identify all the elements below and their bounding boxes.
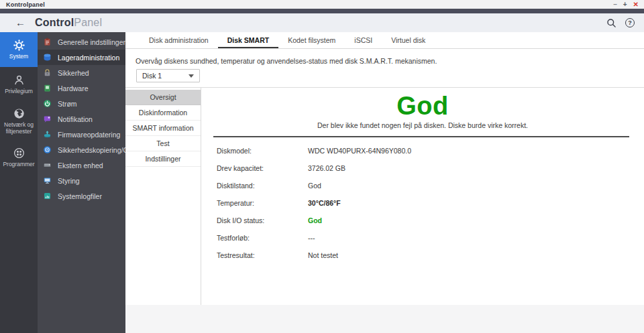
table-row: Testresultat: Not testet xyxy=(217,247,644,264)
management-icon xyxy=(43,176,52,185)
menu-item-notifikation[interactable]: Notifikation xyxy=(38,111,125,127)
external-device-icon xyxy=(43,161,52,170)
backup-restore-icon xyxy=(43,145,52,154)
menu-item-systemlogfiler[interactable]: Systemlogfiler xyxy=(38,188,125,204)
menu-item-ekstern-enhed[interactable]: Ekstern enhed xyxy=(38,157,125,173)
menu-item-styring[interactable]: Styring xyxy=(38,173,125,188)
close-button[interactable]: ✕ xyxy=(633,0,639,9)
user-icon xyxy=(13,74,25,86)
firmware-update-icon xyxy=(43,130,52,139)
info-label: Testforløb: xyxy=(217,234,308,242)
rail-item-privilegium[interactable]: Privilegium xyxy=(0,67,38,102)
info-label: Disktilstand: xyxy=(217,182,308,190)
table-row: Diskmodel: WDC WD40PURX-64N96Y080.0 xyxy=(217,142,644,159)
tab-virtuel-disk[interactable]: Virtuel disk xyxy=(382,32,435,48)
lock-icon xyxy=(43,68,52,77)
info-value: WDC WD40PURX-64N96Y080.0 xyxy=(308,147,411,155)
titlebar: Kontrolpanel – + ✕ xyxy=(0,0,644,9)
disk-select-value: Disk 1 xyxy=(142,72,162,80)
gear-icon xyxy=(13,39,25,52)
info-value: God xyxy=(308,216,322,224)
rail-item-system[interactable]: System xyxy=(0,32,38,67)
rail-item-label: Programmer xyxy=(1,161,36,168)
menu-item-generelle-indstillinger[interactable]: Generelle indstillinger xyxy=(38,34,125,50)
menu-item-label: Hardware xyxy=(58,84,89,92)
system-logs-icon xyxy=(43,192,52,200)
info-value: 3726.02 GB xyxy=(308,164,345,172)
subnav-item-indstillinger[interactable]: Indstillinger xyxy=(125,151,201,167)
menu-item-label: Strøm xyxy=(58,100,77,108)
globe-icon xyxy=(13,107,25,120)
logo-bold: Control xyxy=(35,17,74,28)
menu-item-label: Firmwareopdatering xyxy=(58,131,120,139)
menu-item-label: Systemlogfiler xyxy=(58,192,102,200)
subnav-item-oversigt[interactable]: Oversigt xyxy=(125,90,201,105)
overview-panel: God Der blev ikke fundet nogen fejl på d… xyxy=(201,88,644,305)
info-value: --- xyxy=(308,234,315,242)
menu-item-sikkerhedskopiering[interactable]: Sikkerhedskopiering/Gen... xyxy=(38,142,125,157)
rail-item-label: Netværk og filtjenester xyxy=(0,122,38,135)
tab-disk-administration[interactable]: Disk administration xyxy=(140,32,218,48)
storage-disk-icon xyxy=(43,53,52,62)
smart-body: Oversigt Diskinformation SMART informati… xyxy=(125,87,644,305)
tab-disk-smart[interactable]: Disk SMART xyxy=(218,32,278,48)
tab-iscsi[interactable]: iSCSI xyxy=(345,32,382,48)
table-row: Disk I/O status: God xyxy=(217,212,644,229)
menu-item-firmwareopdatering[interactable]: Firmwareopdatering xyxy=(38,127,125,142)
menu-item-label: Ekstern enhed xyxy=(58,161,103,170)
subnav-item-diskinformation[interactable]: Diskinformation xyxy=(125,105,201,121)
rail-item-netvaerk[interactable]: Netværk og filtjenester xyxy=(0,102,38,140)
info-label: Drev kapacitet: xyxy=(217,164,308,172)
menu-item-lageradministration[interactable]: Lageradministration xyxy=(38,50,125,65)
rail-item-programmer[interactable]: Programmer xyxy=(0,140,38,175)
titlebar-accent-strip xyxy=(0,9,644,13)
tab-bar: Disk administration Disk SMART Kodet fil… xyxy=(125,32,644,49)
menu-item-label: Notifikation xyxy=(58,115,93,123)
menu-item-label: Sikkerhed xyxy=(58,69,89,77)
content-top: Disk administration Disk SMART Kodet fil… xyxy=(125,32,644,87)
info-label: Diskmodel: xyxy=(217,147,308,155)
tab-kodet-filsystem[interactable]: Kodet filsystem xyxy=(278,32,345,48)
rail-item-label: System xyxy=(8,54,30,60)
control-panel-window: Kontrolpanel – + ✕ ← ControlPanel ? xyxy=(0,0,644,333)
menu-item-label: Generelle indstillinger xyxy=(58,38,125,46)
table-row: Testforløb: --- xyxy=(217,229,644,247)
table-row: Disktilstand: God xyxy=(217,177,644,194)
power-icon xyxy=(43,99,52,108)
disk-select-dropdown[interactable]: Disk 1 xyxy=(136,69,200,82)
subnav-item-smart-information[interactable]: SMART information xyxy=(125,121,201,136)
settings-menu: Generelle indstillinger Lageradministrat… xyxy=(38,32,125,333)
main-content: Disk administration Disk SMART Kodet fil… xyxy=(125,32,644,333)
app-logo: ControlPanel xyxy=(35,17,102,29)
menu-item-strom[interactable]: Strøm xyxy=(38,96,125,111)
hardware-icon xyxy=(43,84,52,92)
disk-info-table: Diskmodel: WDC WD40PURX-64N96Y080.0 Drev… xyxy=(217,142,644,264)
category-rail: System Privilegium Netværk og filtjenest… xyxy=(0,32,38,333)
table-row: Temperatur: 30°C/86°F xyxy=(217,194,644,212)
chevron-down-icon xyxy=(189,74,194,78)
info-value: 30°C/86°F xyxy=(308,199,341,207)
info-label: Temperatur: xyxy=(217,199,308,207)
logo-light: Panel xyxy=(74,17,102,28)
back-arrow-icon[interactable]: ← xyxy=(15,13,25,32)
app-header: ← ControlPanel ? xyxy=(0,13,644,32)
menu-item-sikkerhed[interactable]: Sikkerhed xyxy=(38,65,125,80)
disk-status-note: Der blev ikke fundet nogen fejl på diske… xyxy=(201,121,644,129)
menu-item-hardware[interactable]: Hardware xyxy=(38,80,125,96)
section-divider xyxy=(213,136,629,137)
info-value: God xyxy=(308,182,321,190)
window-title: Kontrolpanel xyxy=(6,1,45,8)
disk-status-heading: God xyxy=(201,92,644,119)
maximize-button[interactable]: + xyxy=(623,0,627,9)
info-value: Not testet xyxy=(308,251,338,259)
help-icon[interactable]: ? xyxy=(625,18,635,27)
search-icon[interactable] xyxy=(606,18,616,28)
minimize-button[interactable]: – xyxy=(613,0,617,9)
apps-icon xyxy=(13,147,25,159)
menu-item-label: Sikkerhedskopiering/Gen... xyxy=(58,146,125,154)
smart-subnav: Oversigt Diskinformation SMART informati… xyxy=(125,88,201,305)
smart-description: Overvåg diskens sundhed, temperatur og a… xyxy=(136,57,437,65)
notification-icon xyxy=(43,115,52,123)
subnav-item-test[interactable]: Test xyxy=(125,136,201,151)
info-label: Testresultat: xyxy=(217,251,308,259)
